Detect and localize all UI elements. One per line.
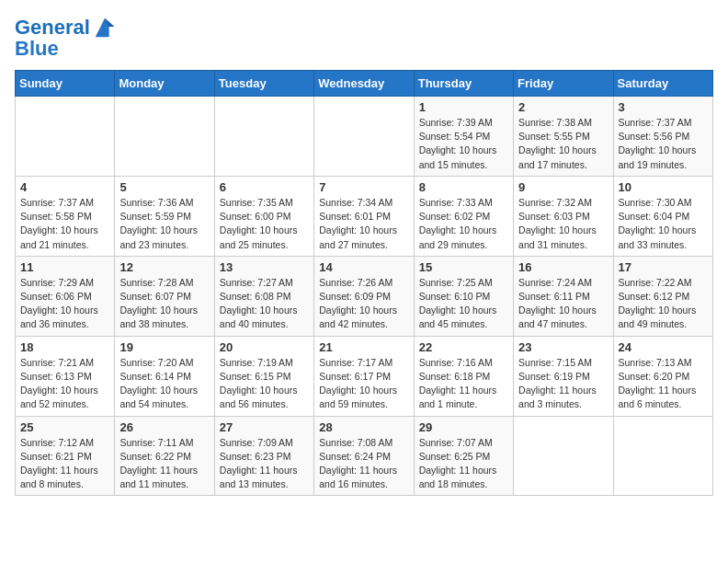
day-info: Sunrise: 7:38 AMSunset: 5:55 PMDaylight:… <box>518 116 608 172</box>
day-number: 29 <box>419 420 508 434</box>
weekday-header: Saturday <box>613 71 712 97</box>
calendar-cell: 10Sunrise: 7:30 AMSunset: 6:04 PMDayligh… <box>613 176 712 256</box>
day-info: Sunrise: 7:20 AMSunset: 6:14 PMDaylight:… <box>119 356 209 412</box>
day-info: Sunrise: 7:37 AMSunset: 5:58 PMDaylight:… <box>20 196 109 252</box>
day-number: 3 <box>619 100 708 114</box>
day-info: Sunrise: 7:16 AMSunset: 6:18 PMDaylight:… <box>419 356 508 412</box>
day-info: Sunrise: 7:26 AMSunset: 6:09 PMDaylight:… <box>319 276 408 332</box>
calendar-cell: 14Sunrise: 7:26 AMSunset: 6:09 PMDayligh… <box>314 256 414 336</box>
calendar-cell: 8Sunrise: 7:33 AMSunset: 6:02 PMDaylight… <box>414 176 513 256</box>
calendar-cell: 16Sunrise: 7:24 AMSunset: 6:11 PMDayligh… <box>514 256 613 336</box>
calendar-cell: 7Sunrise: 7:34 AMSunset: 6:01 PMDaylight… <box>314 176 414 256</box>
day-number: 9 <box>518 180 608 194</box>
calendar-cell: 25Sunrise: 7:12 AMSunset: 6:21 PMDayligh… <box>16 416 115 496</box>
day-number: 10 <box>619 180 708 194</box>
calendar-week-row: 11Sunrise: 7:29 AMSunset: 6:06 PMDayligh… <box>16 256 713 336</box>
calendar-cell: 2Sunrise: 7:38 AMSunset: 5:55 PMDaylight… <box>514 97 613 177</box>
weekday-header: Friday <box>514 71 613 97</box>
weekday-header: Monday <box>115 71 214 97</box>
day-number: 25 <box>20 420 109 434</box>
day-number: 20 <box>220 340 309 354</box>
day-info: Sunrise: 7:09 AMSunset: 6:23 PMDaylight:… <box>220 436 309 492</box>
day-info: Sunrise: 7:15 AMSunset: 6:19 PMDaylight:… <box>518 356 608 412</box>
day-number: 18 <box>20 340 109 354</box>
calendar-week-row: 1Sunrise: 7:39 AMSunset: 5:54 PMDaylight… <box>16 97 713 177</box>
calendar-cell: 23Sunrise: 7:15 AMSunset: 6:19 PMDayligh… <box>514 336 613 416</box>
calendar-cell <box>613 416 712 496</box>
day-number: 21 <box>319 340 408 354</box>
calendar-cell: 27Sunrise: 7:09 AMSunset: 6:23 PMDayligh… <box>214 416 313 496</box>
logo: General Blue <box>15 15 118 61</box>
day-info: Sunrise: 7:08 AMSunset: 6:24 PMDaylight:… <box>319 436 408 492</box>
logo-icon <box>92 15 118 40</box>
calendar-header: SundayMondayTuesdayWednesdayThursdayFrid… <box>16 71 713 97</box>
day-number: 1 <box>419 100 508 114</box>
day-info: Sunrise: 7:17 AMSunset: 6:17 PMDaylight:… <box>319 356 408 412</box>
day-number: 17 <box>619 260 708 274</box>
weekday-header: Tuesday <box>214 71 313 97</box>
day-number: 6 <box>220 180 309 194</box>
day-number: 22 <box>419 340 508 354</box>
calendar-week-row: 25Sunrise: 7:12 AMSunset: 6:21 PMDayligh… <box>16 416 713 496</box>
day-info: Sunrise: 7:24 AMSunset: 6:11 PMDaylight:… <box>518 276 608 332</box>
weekday-header: Thursday <box>414 71 513 97</box>
calendar-cell: 20Sunrise: 7:19 AMSunset: 6:15 PMDayligh… <box>214 336 313 416</box>
day-number: 15 <box>419 260 508 274</box>
day-info: Sunrise: 7:13 AMSunset: 6:20 PMDaylight:… <box>619 356 708 412</box>
calendar-cell: 28Sunrise: 7:08 AMSunset: 6:24 PMDayligh… <box>314 416 414 496</box>
day-number: 12 <box>119 260 209 274</box>
calendar-cell: 24Sunrise: 7:13 AMSunset: 6:20 PMDayligh… <box>613 336 712 416</box>
calendar-cell: 11Sunrise: 7:29 AMSunset: 6:06 PMDayligh… <box>16 256 115 336</box>
day-number: 19 <box>119 340 209 354</box>
svg-marker-0 <box>96 18 115 38</box>
calendar-cell: 22Sunrise: 7:16 AMSunset: 6:18 PMDayligh… <box>414 336 513 416</box>
day-info: Sunrise: 7:19 AMSunset: 6:15 PMDaylight:… <box>220 356 309 412</box>
weekday-header: Wednesday <box>314 71 414 97</box>
day-info: Sunrise: 7:25 AMSunset: 6:10 PMDaylight:… <box>419 276 508 332</box>
day-number: 28 <box>319 420 408 434</box>
day-info: Sunrise: 7:07 AMSunset: 6:25 PMDaylight:… <box>419 436 508 492</box>
day-number: 23 <box>518 340 608 354</box>
day-info: Sunrise: 7:32 AMSunset: 6:03 PMDaylight:… <box>518 196 608 252</box>
calendar-cell: 15Sunrise: 7:25 AMSunset: 6:10 PMDayligh… <box>414 256 513 336</box>
calendar-cell: 18Sunrise: 7:21 AMSunset: 6:13 PMDayligh… <box>16 336 115 416</box>
calendar-cell <box>115 97 214 177</box>
day-info: Sunrise: 7:28 AMSunset: 6:07 PMDaylight:… <box>119 276 209 332</box>
day-info: Sunrise: 7:22 AMSunset: 6:12 PMDaylight:… <box>619 276 708 332</box>
day-info: Sunrise: 7:12 AMSunset: 6:21 PMDaylight:… <box>20 436 109 492</box>
calendar-week-row: 4Sunrise: 7:37 AMSunset: 5:58 PMDaylight… <box>16 176 713 256</box>
calendar-body: 1Sunrise: 7:39 AMSunset: 5:54 PMDaylight… <box>16 97 713 496</box>
calendar-cell: 21Sunrise: 7:17 AMSunset: 6:17 PMDayligh… <box>314 336 414 416</box>
day-info: Sunrise: 7:35 AMSunset: 6:00 PMDaylight:… <box>220 196 309 252</box>
calendar-cell: 9Sunrise: 7:32 AMSunset: 6:03 PMDaylight… <box>514 176 613 256</box>
day-number: 2 <box>518 100 608 114</box>
day-info: Sunrise: 7:11 AMSunset: 6:22 PMDaylight:… <box>119 436 209 492</box>
weekday-header: Sunday <box>16 71 115 97</box>
day-number: 8 <box>419 180 508 194</box>
day-info: Sunrise: 7:37 AMSunset: 5:56 PMDaylight:… <box>619 116 708 172</box>
calendar-cell: 5Sunrise: 7:36 AMSunset: 5:59 PMDaylight… <box>115 176 214 256</box>
calendar-cell: 6Sunrise: 7:35 AMSunset: 6:00 PMDaylight… <box>214 176 313 256</box>
calendar-week-row: 18Sunrise: 7:21 AMSunset: 6:13 PMDayligh… <box>16 336 713 416</box>
day-info: Sunrise: 7:21 AMSunset: 6:13 PMDaylight:… <box>20 356 109 412</box>
day-number: 5 <box>119 180 209 194</box>
day-info: Sunrise: 7:36 AMSunset: 5:59 PMDaylight:… <box>119 196 209 252</box>
logo-text: General <box>15 17 90 39</box>
day-info: Sunrise: 7:39 AMSunset: 5:54 PMDaylight:… <box>419 116 508 172</box>
day-info: Sunrise: 7:27 AMSunset: 6:08 PMDaylight:… <box>220 276 309 332</box>
day-number: 14 <box>319 260 408 274</box>
calendar-cell: 19Sunrise: 7:20 AMSunset: 6:14 PMDayligh… <box>115 336 214 416</box>
calendar-table: SundayMondayTuesdayWednesdayThursdayFrid… <box>15 70 713 496</box>
calendar-cell: 26Sunrise: 7:11 AMSunset: 6:22 PMDayligh… <box>115 416 214 496</box>
day-number: 4 <box>20 180 109 194</box>
calendar-cell: 4Sunrise: 7:37 AMSunset: 5:58 PMDaylight… <box>16 176 115 256</box>
calendar-cell: 13Sunrise: 7:27 AMSunset: 6:08 PMDayligh… <box>214 256 313 336</box>
day-number: 27 <box>220 420 309 434</box>
day-info: Sunrise: 7:33 AMSunset: 6:02 PMDaylight:… <box>419 196 508 252</box>
calendar-cell: 1Sunrise: 7:39 AMSunset: 5:54 PMDaylight… <box>414 97 513 177</box>
calendar-cell <box>514 416 613 496</box>
calendar-cell <box>314 97 414 177</box>
day-number: 16 <box>518 260 608 274</box>
day-number: 7 <box>319 180 408 194</box>
day-info: Sunrise: 7:29 AMSunset: 6:06 PMDaylight:… <box>20 276 109 332</box>
